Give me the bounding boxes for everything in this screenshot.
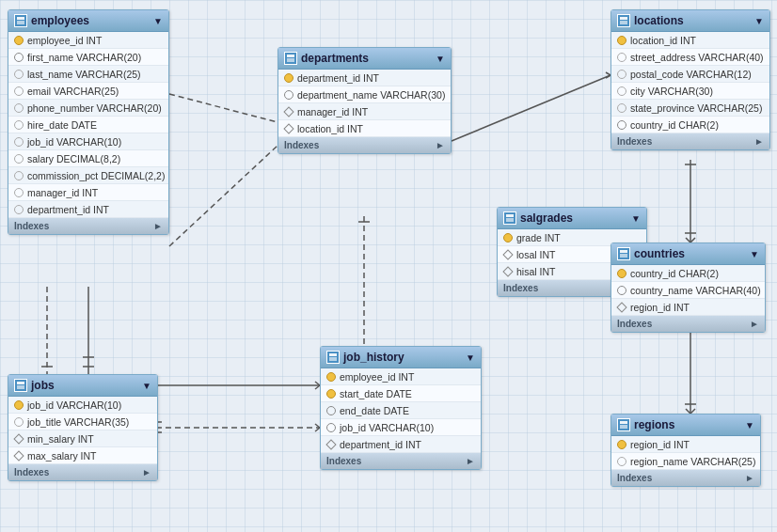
field-text-regions-1: region_name VARCHAR(25): [630, 456, 755, 467]
field-row-countries-2: region_id INT: [611, 299, 765, 316]
indexes-regions[interactable]: Indexes ►: [611, 470, 760, 486]
field-row-countries-0: country_id CHAR(2): [611, 265, 765, 282]
field-row-employees-7: salary DECIMAL(8,2): [8, 150, 168, 167]
table-collapse-job_history[interactable]: ▼: [466, 352, 475, 363]
table-header-locations[interactable]: locations ▼: [611, 10, 769, 32]
field-row-locations-5: country_id CHAR(2): [611, 117, 769, 133]
field-row-job_history-1: start_date DATE: [321, 385, 481, 402]
table-header-jobs[interactable]: jobs ▼: [8, 375, 157, 397]
field-row-employees-2: last_name VARCHAR(25): [8, 66, 168, 83]
indexes-arrow-employees: ►: [153, 221, 163, 231]
field-text-jobs-0: job_id VARCHAR(10): [27, 399, 121, 411]
table-icon-locations: [617, 14, 630, 27]
field-row-locations-0: location_id INT: [611, 32, 769, 49]
svg-rect-33: [287, 55, 294, 57]
field-text-jobs-3: max_salary INT: [27, 450, 97, 462]
field-text-locations-5: country_id CHAR(2): [630, 119, 719, 131]
svg-rect-37: [329, 353, 337, 356]
indexes-arrow-departments: ►: [436, 140, 445, 150]
indexes-locations[interactable]: Indexes ►: [611, 133, 769, 149]
field-text-locations-2: postal_code VARCHAR(12): [630, 69, 752, 80]
table-icon-employees: [14, 14, 27, 27]
field-row-job_history-0: employee_id INT: [321, 368, 481, 385]
field-row-departments-1: department_name VARCHAR(30): [278, 86, 451, 103]
field-text-employees-4: phone_number VARCHAR(20): [27, 102, 162, 114]
field-text-locations-0: location_id INT: [630, 35, 696, 46]
table-header-salgrades[interactable]: salgrades ▼: [498, 208, 646, 229]
field-text-departments-2: manager_id INT: [297, 106, 368, 117]
table-collapse-regions[interactable]: ▼: [745, 420, 754, 430]
table-title-countries: countries: [634, 247, 685, 260]
table-header-countries[interactable]: countries ▼: [611, 243, 765, 265]
field-text-salgrades-0: grade INT: [516, 232, 561, 243]
field-text-employees-10: department_id INT: [27, 204, 109, 215]
field-text-job_history-0: employee_id INT: [340, 371, 414, 383]
svg-rect-42: [620, 21, 627, 24]
indexes-arrow-jobs: ►: [142, 467, 151, 477]
field-row-employees-4: phone_number VARCHAR(20): [8, 100, 168, 117]
field-row-employees-9: manager_id INT: [8, 184, 168, 201]
svg-rect-32: [17, 21, 24, 24]
field-row-jobs-3: max_salary INT: [8, 447, 157, 464]
field-text-countries-2: region_id INT: [630, 302, 690, 313]
svg-rect-46: [620, 425, 627, 429]
table-header-job_history[interactable]: job_history ▼: [321, 347, 481, 368]
indexes-job_history[interactable]: Indexes ►: [321, 453, 481, 469]
indexes-departments[interactable]: Indexes ►: [278, 137, 451, 153]
table-collapse-salgrades[interactable]: ▼: [631, 213, 641, 224]
table-icon-departments: [284, 52, 297, 65]
field-row-locations-1: street_address VARCHAR(40): [611, 49, 769, 66]
field-text-locations-3: city VARCHAR(30): [630, 86, 713, 97]
field-text-employees-6: job_id VARCHAR(10): [27, 136, 121, 148]
field-text-job_history-3: job_id VARCHAR(10): [340, 422, 434, 433]
field-text-departments-1: department_name VARCHAR(30): [297, 89, 445, 101]
field-text-countries-1: country_name VARCHAR(40): [630, 285, 761, 296]
table-icon-regions: [617, 418, 630, 431]
field-row-locations-2: postal_code VARCHAR(12): [611, 66, 769, 83]
field-row-departments-3: location_id INT: [278, 120, 451, 137]
table-title-job_history: job_history: [343, 351, 404, 364]
field-text-employees-2: last_name VARCHAR(25): [27, 69, 141, 80]
table-title-jobs: jobs: [31, 379, 55, 392]
indexes-jobs[interactable]: Indexes ►: [8, 464, 157, 480]
field-text-jobs-2: min_salary INT: [27, 433, 94, 445]
table-title-regions: regions: [634, 418, 674, 431]
table-collapse-jobs[interactable]: ▼: [142, 381, 151, 391]
field-text-employees-3: email VARCHAR(25): [27, 86, 119, 97]
table-collapse-employees[interactable]: ▼: [153, 16, 163, 26]
table-icon-job_history: [326, 351, 340, 364]
indexes-label-locations: Indexes: [617, 136, 652, 147]
table-collapse-departments[interactable]: ▼: [436, 54, 445, 64]
svg-rect-38: [329, 357, 337, 361]
table-collapse-countries[interactable]: ▼: [750, 249, 759, 259]
field-text-departments-0: department_id INT: [297, 72, 379, 84]
svg-line-2: [452, 75, 610, 141]
svg-rect-45: [620, 421, 627, 424]
svg-rect-44: [620, 254, 627, 258]
table-jobs: jobs ▼ job_id VARCHAR(10) job_title VARC…: [8, 374, 158, 481]
field-text-employees-9: manager_id INT: [27, 187, 98, 198]
field-text-employees-8: commission_pct DECIMAL(2,2): [27, 170, 165, 181]
indexes-arrow-countries: ►: [750, 319, 759, 329]
indexes-employees[interactable]: Indexes ►: [8, 218, 168, 234]
table-collapse-locations[interactable]: ▼: [754, 16, 764, 26]
svg-rect-39: [506, 214, 514, 217]
field-text-employees-0: employee_id INT: [27, 35, 102, 46]
field-row-employees-1: first_name VARCHAR(20): [8, 49, 168, 66]
field-row-regions-1: region_name VARCHAR(25): [611, 453, 760, 470]
field-text-employees-1: first_name VARCHAR(20): [27, 52, 141, 63]
table-departments: departments ▼ department_id INT departme…: [278, 47, 452, 154]
indexes-label-employees: Indexes: [14, 221, 49, 231]
field-text-locations-1: street_address VARCHAR(40): [630, 52, 764, 63]
table-header-employees[interactable]: employees ▼: [8, 10, 168, 32]
table-employees: employees ▼ employee_id INT first_name V…: [8, 9, 169, 235]
indexes-countries[interactable]: Indexes ►: [611, 316, 765, 332]
field-text-countries-0: country_id CHAR(2): [630, 268, 719, 279]
indexes-label-job_history: Indexes: [326, 456, 361, 466]
table-header-departments[interactable]: departments ▼: [278, 48, 451, 70]
svg-rect-36: [17, 385, 24, 389]
table-title-departments: departments: [301, 52, 369, 65]
indexes-label-jobs: Indexes: [14, 467, 49, 477]
field-row-locations-3: city VARCHAR(30): [611, 83, 769, 100]
table-header-regions[interactable]: regions ▼: [611, 415, 760, 436]
